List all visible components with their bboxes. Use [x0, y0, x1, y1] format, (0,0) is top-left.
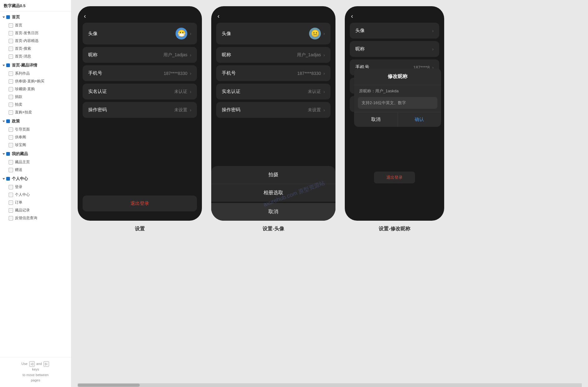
- sidebar-item-home-calendar[interactable]: □ 首页-发售日历: [0, 29, 71, 37]
- sidebar-item-orders[interactable]: □ 订单: [0, 199, 71, 206]
- group-label: 个人中心: [12, 176, 28, 182]
- sidebar-item-label: 藏品主页: [15, 159, 30, 165]
- back-button[interactable]: ‹: [84, 12, 86, 20]
- sidebar-item-precious-direct[interactable]: □ 珍藏级-直购: [0, 85, 71, 93]
- chevron-icon: ›: [190, 31, 191, 36]
- sidebar-item-donate[interactable]: □ 捐款: [0, 93, 71, 101]
- chevron-icon: ›: [190, 89, 191, 94]
- sidebar-item-home-search[interactable]: □ 首页-搜索: [0, 45, 71, 53]
- dialog-confirm-button[interactable]: 确认: [398, 112, 441, 127]
- action-sheet-photo[interactable]: 拍摄: [211, 166, 335, 184]
- settings-row-phone[interactable]: 手机号 187****8330 ›: [83, 65, 197, 81]
- action-sheet-album[interactable]: 相册选取: [211, 184, 335, 202]
- settings-row-realname-2[interactable]: 实名认证 未认证 ›: [216, 84, 330, 99]
- sidebar-item-gift[interactable]: □ 赠送: [0, 166, 71, 174]
- sidebar-group-homepage: 首页 □ 首页 □ 首页-发售日历 □ 首页-内容精选 □ 首页-搜索 □ 首页…: [0, 13, 71, 60]
- dialog-input-placeholder[interactable]: 支持2-16位中英文、数字: [358, 97, 437, 109]
- sidebar-item-supply-hall[interactable]: □ 供奉阁: [0, 133, 71, 141]
- row-right-password: 未设置 ›: [174, 107, 191, 113]
- sidebar-item-treasure-hall[interactable]: □ 珍宝阁: [0, 141, 71, 149]
- sidebar-item-series[interactable]: □ 系列作品: [0, 70, 71, 77]
- sidebar-item-collection-record[interactable]: □ 藏品记录: [0, 206, 71, 214]
- bottom-scrollbar[interactable]: [78, 383, 582, 387]
- chevron-icon-3: ›: [432, 28, 434, 33]
- sidebar-group-item-detail-header[interactable]: 首页-藏品详情: [0, 61, 71, 70]
- sidebar-group-homepage-header[interactable]: 首页: [0, 13, 71, 21]
- settings-list: 头像 😷 › 昵称 用户_1adj: [78, 23, 202, 189]
- row-label-phone-2: 手机号: [222, 70, 236, 76]
- settings-row-password-2[interactable]: 操作密码 未设置 ›: [216, 102, 330, 118]
- sidebar-item-home-message[interactable]: □ 首页-消息: [0, 53, 71, 60]
- logout-button[interactable]: 退出登录: [83, 196, 197, 211]
- row-label-avatar: 头像: [88, 31, 98, 37]
- row-label-password: 操作密码: [88, 107, 107, 113]
- sidebar-item-direct-auction[interactable]: □ 直购+拍卖: [0, 108, 71, 116]
- settings-row-nickname-3[interactable]: 昵称 ›: [350, 41, 439, 57]
- group-icon: [6, 177, 10, 181]
- settings-row-avatar-2[interactable]: 头像 😐 ›: [216, 23, 330, 44]
- group-icon: [6, 119, 10, 123]
- sidebar-item-login[interactable]: □ 登录: [0, 183, 71, 191]
- row-right-avatar-3: ›: [432, 28, 434, 33]
- page-icon: □: [9, 39, 13, 43]
- action-sheet-cancel[interactable]: 取消: [211, 202, 335, 221]
- group-icon: [6, 152, 10, 156]
- dialog-title: 修改昵称: [354, 68, 441, 85]
- sidebar-item-home-featured[interactable]: □ 首页-内容精选: [0, 37, 71, 45]
- settings-row-realname[interactable]: 实名认证 未认证 ›: [83, 84, 197, 99]
- sidebar-item-auction[interactable]: □ 拍卖: [0, 101, 71, 108]
- settings-row-avatar-3[interactable]: 头像 ›: [350, 23, 439, 39]
- sidebar-item-feedback[interactable]: □ 反馈信息查询: [0, 214, 71, 222]
- back-button-2[interactable]: ‹: [217, 12, 220, 20]
- settings-row-nickname-2[interactable]: 昵称 用户_1adjas ›: [216, 47, 330, 63]
- footer-use-text: Use: [21, 362, 29, 366]
- sidebar-group-policy-header[interactable]: 政策: [0, 117, 71, 126]
- page-icon: □: [9, 127, 13, 132]
- triangle-icon: [2, 16, 5, 18]
- sidebar-group-personal-header[interactable]: 个人中心: [0, 174, 71, 183]
- sidebar-item-label: 供奉阁: [15, 135, 26, 140]
- page-icon: □: [9, 47, 13, 51]
- avatar-emoji: 😷: [177, 30, 186, 38]
- action-sheet: 拍摄 相册选取 取消: [211, 166, 335, 221]
- frame3-label: 设置-修改昵称: [379, 226, 410, 232]
- row-right-phone-2: 187****8330 ›: [297, 71, 325, 76]
- frame1-wrapper: ‹ 头像 😷 ›: [78, 6, 202, 381]
- frame1-phone: ‹ 头像 😷 ›: [78, 6, 202, 221]
- sidebar-item-personal-center[interactable]: □ 个人中心: [0, 191, 71, 199]
- page-icon: □: [9, 54, 13, 59]
- group-icon: [6, 15, 10, 19]
- sidebar-item-supply-direct[interactable]: □ 供奉级-直购+购买: [0, 77, 71, 85]
- page-icon: □: [9, 95, 13, 99]
- row-value-realname: 未认证: [174, 89, 187, 94]
- sidebar-item-label: 首页-发售日历: [15, 30, 39, 36]
- sidebar-item-collection-home[interactable]: □ 藏品主页: [0, 158, 71, 166]
- sidebar-item-label: 个人中心: [15, 192, 30, 197]
- row-right-password-2: 未设置 ›: [308, 107, 325, 113]
- nickname-dialog: 修改昵称 原昵称：用户_1askda 支持2-16位中英文、数字 取消 确认: [354, 68, 441, 127]
- group-icon: [6, 63, 10, 67]
- row-label-nickname-2: 昵称: [222, 52, 231, 58]
- back-button-3[interactable]: ‹: [351, 12, 353, 20]
- settings-row-avatar[interactable]: 头像 😷 ›: [83, 23, 197, 44]
- row-right-nickname: 用户_1adjas ›: [163, 52, 191, 58]
- sidebar-group-my-collection-header[interactable]: 我的藏品: [0, 150, 71, 158]
- page-icon: □: [9, 216, 13, 220]
- chevron-icon: ›: [190, 108, 191, 113]
- sidebar-item-label: 珍宝阁: [15, 142, 26, 148]
- settings-row-password[interactable]: 操作密码 未设置 ›: [83, 102, 197, 118]
- sidebar-item-home[interactable]: □ 首页: [0, 21, 71, 29]
- row-value-password: 未设置: [174, 107, 187, 113]
- chevron-icon-2: ›: [323, 31, 325, 36]
- chevron-icon: ›: [190, 71, 191, 76]
- sidebar-item-label: 首页-内容精选: [15, 38, 39, 44]
- row-right-realname-2: 未认证 ›: [308, 89, 325, 94]
- triangle-icon: [2, 65, 5, 66]
- dialog-cancel-button[interactable]: 取消: [354, 112, 398, 127]
- group-label: 政策: [12, 118, 20, 124]
- row-right-nickname-2: 用户_1adjas ›: [297, 52, 325, 58]
- settings-row-phone-2[interactable]: 手机号 187****8330 ›: [216, 65, 330, 81]
- sidebar-item-guide[interactable]: □ 引导页面: [0, 126, 71, 133]
- settings-row-nickname[interactable]: 昵称 用户_1adjas ›: [83, 47, 197, 63]
- footer-and-text: and: [36, 362, 43, 366]
